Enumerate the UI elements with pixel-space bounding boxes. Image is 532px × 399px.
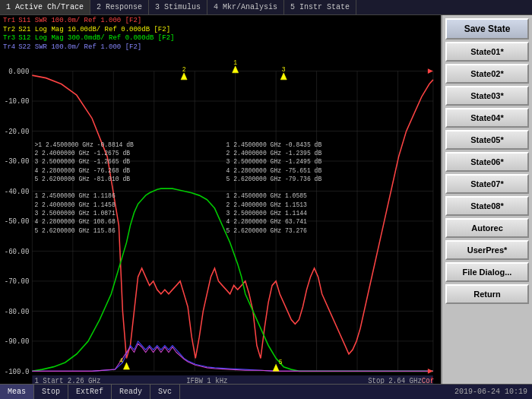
svg-text:>1  2.4500000 GHz  -0.8814 dB: >1 2.4500000 GHz -0.8814 dB — [34, 141, 134, 149]
meas-tab[interactable]: Meas — [0, 385, 34, 399]
trace-2-id: Tr2 — [3, 26, 15, 35]
chart-wrapper: 0.000 -10.00 -20.00 -30.00 -40.00 -50.00… — [0, 54, 441, 384]
svg-text:5: 5 — [279, 359, 283, 367]
svg-text:-20.00: -20.00 — [5, 127, 30, 136]
svg-text:2  2.4000000 GHz  -1.2675 dB: 2 2.4000000 GHz -1.2675 dB — [34, 149, 130, 157]
chart-svg: 0.000 -10.00 -20.00 -30.00 -40.00 -50.00… — [0, 54, 441, 384]
svg-text:5  2.6200000 GHz  -81.010 dB: 5 2.6200000 GHz -81.010 dB — [34, 175, 130, 183]
state08-button[interactable]: State08* — [445, 196, 529, 216]
svg-text:2  2.4000000 GHz  1.1458: 2 2.4000000 GHz 1.1458 — [34, 201, 115, 209]
svg-text:!: ! — [431, 375, 433, 384]
trace-1-id: Tr1 — [3, 17, 15, 26]
state02-button[interactable]: State02* — [445, 64, 529, 84]
svg-text:4  2.2800000 GHz  63.741: 4 2.2800000 GHz 63.741 — [226, 218, 307, 226]
stop-tab[interactable]: Stop — [34, 385, 68, 399]
svg-text:Stop 2.64 GHz: Stop 2.64 GHz — [368, 376, 422, 384]
content-row: Tr1 S11 SWR 100.0m/ Ref 1.000 [F2] Tr2 S… — [0, 15, 532, 384]
state04-button[interactable]: State04* — [445, 108, 529, 128]
svg-text:0.000: 0.000 — [8, 67, 29, 76]
app-window: 1 Active Ch/Trace 2 Response 3 Stimulus … — [0, 0, 532, 399]
svg-text:-80.00: -80.00 — [5, 307, 30, 316]
trace-2-label: S21 Log Mag 10.00dB/ Ref 0.000dB [F2] — [18, 26, 170, 35]
datetime-display: 2019-06-24 10:19 — [450, 387, 532, 397]
autorec-button[interactable]: Autorec — [445, 218, 529, 238]
trace-3-label: S12 Log Mag 300.0mdB/ Ref 0.000dB [F2] — [18, 34, 174, 43]
svg-text:4  2.2800000 GHz  -76.268 dB: 4 2.2800000 GHz -76.268 dB — [34, 166, 130, 175]
trace-4-id: Tr4 — [3, 43, 15, 52]
return-button[interactable]: Return — [445, 284, 529, 304]
tab-2[interactable]: 2 Response — [90, 0, 149, 14]
save-state-button[interactable]: Save State — [445, 18, 529, 40]
trace-1-label: S11 SWR 100.0m/ Ref 1.000 [F2] — [18, 17, 141, 26]
svg-text:3: 3 — [282, 65, 286, 74]
trace-info: Tr1 S11 SWR 100.0m/ Ref 1.000 [F2] Tr2 S… — [0, 15, 441, 54]
file-dialog-button[interactable]: File Dialog... — [445, 262, 529, 282]
svg-text:2: 2 — [182, 65, 186, 74]
svg-text:4: 4 — [119, 356, 123, 365]
svg-text:-10.00: -10.00 — [5, 97, 30, 106]
tab-4[interactable]: 4 Mkr/Analysis — [207, 0, 284, 14]
svg-text:3  2.5000000 GHz  -1.2665 dB: 3 2.5000000 GHz -1.2665 dB — [34, 158, 130, 166]
tab-5[interactable]: 5 Instr State — [284, 0, 356, 14]
svg-text:IFBW 1 kHz: IFBW 1 kHz — [186, 376, 228, 384]
svg-text:1: 1 — [233, 59, 237, 67]
svg-text:3  2.5000000 GHz  1.1144: 3 2.5000000 GHz 1.1144 — [226, 209, 307, 217]
svg-text:5  2.6200000 GHz  73.276: 5 2.6200000 GHz 73.276 — [226, 226, 307, 235]
ready-tab[interactable]: Ready — [112, 385, 150, 399]
svg-text:-100.0: -100.0 — [5, 367, 30, 376]
tab-bar: 1 Active Ch/Trace 2 Response 3 Stimulus … — [0, 0, 532, 15]
svg-text:5  2.6200000 GHz  115.86: 5 2.6200000 GHz 115.86 — [34, 226, 115, 235]
state01-button[interactable]: State01* — [445, 42, 529, 62]
svg-text:-90.00: -90.00 — [5, 337, 30, 347]
state07-button[interactable]: State07* — [445, 174, 529, 194]
svg-text:5  2.6200000 GHz  -79.736 dB: 5 2.6200000 GHz -79.736 dB — [226, 175, 322, 183]
svg-text:1  Start 2.26 GHz: 1 Start 2.26 GHz — [34, 376, 100, 384]
svc-tab[interactable]: Svc — [150, 385, 180, 399]
bottom-bar: Meas Stop ExtRef Ready Svc 2019-06-24 10… — [0, 384, 532, 399]
extref-tab[interactable]: ExtRef — [68, 385, 112, 399]
state03-button[interactable]: State03* — [445, 86, 529, 106]
svg-text:-50.00: -50.00 — [5, 217, 30, 226]
svg-text:4  2.2800000 GHz  108.68: 4 2.2800000 GHz 108.68 — [34, 218, 115, 226]
chart-area: Tr1 S11 SWR 100.0m/ Ref 1.000 [F2] Tr2 S… — [0, 15, 441, 384]
state06-button[interactable]: State06* — [445, 152, 529, 172]
tab-3[interactable]: 3 Stimulus — [149, 0, 207, 14]
svg-text:1  2.4500000 GHz  1.1186: 1 2.4500000 GHz 1.1186 — [34, 192, 115, 201]
svg-text:2  2.4000000 GHz  -1.2395 dB: 2 2.4000000 GHz -1.2395 dB — [226, 149, 322, 157]
svg-text:-40.00: -40.00 — [5, 187, 30, 196]
trace-3-id: Tr3 — [3, 34, 15, 43]
svg-text:-30.00: -30.00 — [5, 157, 30, 166]
svg-text:-70.00: -70.00 — [5, 277, 30, 287]
state05-button[interactable]: State05* — [445, 130, 529, 150]
svg-text:1  2.4500000 GHz  -0.8435 dB: 1 2.4500000 GHz -0.8435 dB — [226, 141, 322, 149]
svg-text:3  2.5000000 GHz  1.0871: 3 2.5000000 GHz 1.0871 — [34, 209, 115, 217]
tab-1[interactable]: 1 Active Ch/Trace — [0, 0, 90, 14]
svg-text:1  2.4500000 GHz  1.0585: 1 2.4500000 GHz 1.0585 — [226, 192, 307, 201]
trace-4-label: S22 SWR 100.0m/ Ref 1.000 [F2] — [18, 43, 141, 52]
userpres-button[interactable]: UserPres* — [445, 240, 529, 260]
button-panel: Save State State01* State02* State03* St… — [441, 15, 532, 384]
svg-text:-60.00: -60.00 — [5, 247, 30, 256]
svg-text:2  2.4000000 GHz  1.1513: 2 2.4000000 GHz 1.1513 — [226, 201, 307, 209]
svg-text:3  2.5000000 GHz  -1.2495 dB: 3 2.5000000 GHz -1.2495 dB — [226, 158, 322, 166]
svg-text:4  2.2800000 GHz  -75.651 dB: 4 2.2800000 GHz -75.651 dB — [226, 166, 322, 175]
